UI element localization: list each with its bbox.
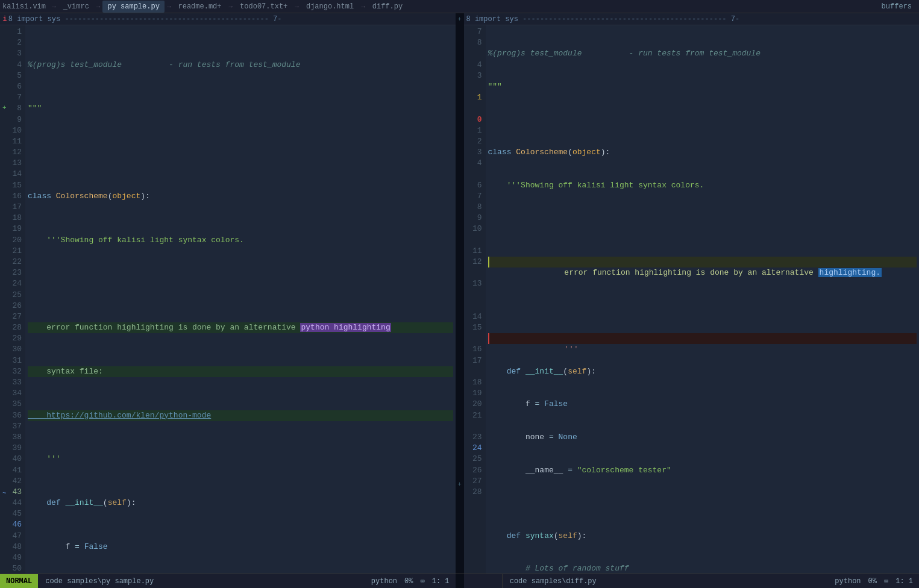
app-container: kalisi.vim → _vimrc → py sample.py → rea… xyxy=(0,0,919,588)
left-status-ft: python xyxy=(371,577,397,586)
right-header-text: 8 import sys ---------------------------… xyxy=(466,15,740,23)
right-status-bar: NORMAL code samples\diff.py python 0% ⌨ … xyxy=(464,574,920,588)
pane-divider[interactable]: + + xyxy=(456,13,464,574)
gutter-change-1: ~ xyxy=(2,488,7,499)
left-status-file: code samples\py sample.py xyxy=(38,577,161,586)
left-status-bar: NORMAL code samples\py sample.py python … xyxy=(0,574,456,588)
tab-sep-4: → xyxy=(229,3,233,10)
ln-block-right: 78 43 1 0 1234 678910 1112 13 1415 xyxy=(472,27,482,498)
status-bars: NORMAL code samples\py sample.py python … xyxy=(0,574,919,588)
left-status-pct: 0% xyxy=(404,577,413,586)
tab-sep-5: → xyxy=(295,3,299,10)
left-code-area[interactable]: + ~ 1234 5678 9101112 13141516 17181920 … xyxy=(0,25,456,574)
right-code-area[interactable]: 78 43 1 0 1234 678910 1112 13 1415 xyxy=(464,25,920,574)
code-line-6 xyxy=(28,278,453,289)
code-line-7: error function highlighting is done by a… xyxy=(28,322,453,333)
r-code-line-6 xyxy=(488,213,917,224)
tab-sample-py[interactable]: py sample.py xyxy=(102,1,164,13)
right-line-numbers: 78 43 1 0 1234 678910 1112 13 1415 xyxy=(464,25,486,574)
code-line-10: ''' xyxy=(28,454,453,464)
tab-django[interactable]: django.html xyxy=(301,1,359,13)
right-status-file: code samples\diff.py xyxy=(503,577,604,586)
left-code-content[interactable]: %(prog)s test_module - run tests from te… xyxy=(25,25,456,574)
r-code-line-3 xyxy=(488,114,917,125)
left-status-indicator: ⌨ xyxy=(420,577,424,586)
code-line-2: """ xyxy=(28,103,453,114)
right-status-pct: 0% xyxy=(868,577,877,586)
right-status-indicator: ⌨ xyxy=(884,577,888,586)
tab-sep-1: → xyxy=(52,3,56,10)
divider-arrow-right: + xyxy=(457,481,462,488)
r-code-line-10: f = False xyxy=(488,399,917,410)
r-code-line-4: class Colorscheme(object): xyxy=(488,147,917,158)
left-mode-indicator: NORMAL xyxy=(0,574,38,588)
r-code-line-5: '''Showing off kalisi light syntax color… xyxy=(488,180,917,191)
ln-block-left: 1234 5678 9101112 13141516 17181920 2122… xyxy=(12,27,22,574)
tab-vimrc[interactable]: _vimrc xyxy=(58,1,94,13)
status-divider xyxy=(456,574,464,588)
r-code-line-9: def __init__(self): xyxy=(488,366,917,377)
code-line-8: syntax file: xyxy=(28,366,453,377)
left-header-text: 8 import sys ---------------------------… xyxy=(8,15,282,23)
tab-sep-2: → xyxy=(96,3,101,10)
tab-diff[interactable]: diff.py xyxy=(368,1,407,13)
left-status-pos: 1: 1 xyxy=(432,577,450,586)
code-line-9: https://github.com/klen/python-mode xyxy=(28,410,453,421)
right-pane-header: 8 import sys ---------------------------… xyxy=(464,13,920,25)
app-title: kalisi.vim xyxy=(2,2,46,11)
r-code-line-11: none = None xyxy=(488,432,917,443)
editor-area: i 8 import sys -------------------------… xyxy=(0,13,919,574)
tab-readme[interactable]: readme.md+ xyxy=(173,1,226,13)
right-status-right: python 0% ⌨ 1: 1 xyxy=(835,577,919,586)
tab-todo[interactable]: todo07.txt+ xyxy=(235,1,292,13)
r-code-line-13 xyxy=(488,498,917,508)
r-code-line-8 xyxy=(488,290,917,301)
right-status-pos: 1: 1 xyxy=(895,577,913,586)
right-mode-indicator: NORMAL xyxy=(464,574,503,588)
code-line-3 xyxy=(28,147,453,158)
code-line-5: '''Showing off kalisi light syntax color… xyxy=(28,235,453,246)
code-line-1: %(prog)s test_module - run tests from te… xyxy=(28,60,453,70)
gutter-add-1: + xyxy=(2,102,7,113)
right-pane: 8 import sys ---------------------------… xyxy=(464,13,920,574)
left-line-numbers: + ~ 1234 5678 9101112 13141516 17181920 … xyxy=(0,25,25,574)
right-status-ft: python xyxy=(835,577,861,586)
r-code-line-14: def syntax(self): xyxy=(488,531,917,542)
r-code-line-1: %(prog)s test_module - run tests from te… xyxy=(488,48,917,59)
code-line-12: f = False xyxy=(28,542,453,552)
r-code-line-12: __name__ = "colorscheme tester" xyxy=(488,465,917,476)
r-code-line-0: ''' xyxy=(488,333,917,344)
right-code-content[interactable]: %(prog)s test_module - run tests from te… xyxy=(486,25,920,574)
divider-arrow-left: + xyxy=(457,16,462,23)
buffers-label: buffers xyxy=(882,2,917,11)
code-line-11: def __init__(self): xyxy=(28,498,453,508)
r-code-line-15: # Lots of random stuff xyxy=(488,563,917,574)
r-code-line-2: """ xyxy=(488,81,917,92)
tab-sep-6: → xyxy=(361,3,365,10)
left-status-right: python 0% ⌨ 1: 1 xyxy=(371,577,456,586)
code-line-4: class Colorscheme(object): xyxy=(28,191,453,202)
tab-bar: kalisi.vim → _vimrc → py sample.py → rea… xyxy=(0,0,919,13)
tab-sep-3: → xyxy=(167,3,171,10)
left-pane: i 8 import sys -------------------------… xyxy=(0,13,456,574)
r-code-line-7: error function highlighting is done by a… xyxy=(488,257,917,267)
left-pane-header: i 8 import sys -------------------------… xyxy=(0,13,456,25)
